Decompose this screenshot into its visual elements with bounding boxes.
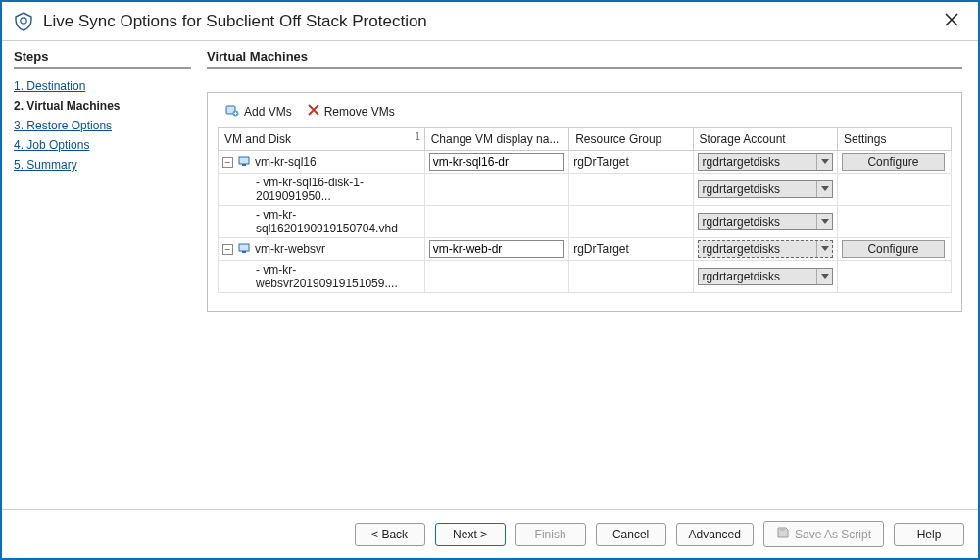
step-destination[interactable]: 1. Destination bbox=[14, 76, 191, 96]
table-row: - vm-kr-websvr20190919151059.... rgdrtar… bbox=[219, 261, 952, 293]
svg-rect-6 bbox=[242, 251, 246, 253]
steps-sidebar: Steps 1. Destination 2. Virtual Machines… bbox=[2, 41, 203, 509]
collapse-toggle[interactable]: − bbox=[222, 157, 233, 168]
step-job-options[interactable]: 4. Job Options bbox=[14, 135, 191, 155]
storage-account-dropdown[interactable]: rgdrtargetdisks bbox=[698, 268, 833, 285]
storage-account-dropdown[interactable]: rgdrtargetdisks bbox=[698, 240, 833, 258]
step-virtual-machines[interactable]: 2. Virtual Machines bbox=[14, 96, 191, 116]
dialog-footer: < Back Next > Finish Cancel Advanced Sav… bbox=[2, 509, 978, 558]
cancel-button[interactable]: Cancel bbox=[596, 523, 666, 546]
col-settings[interactable]: Settings bbox=[838, 128, 952, 151]
remove-vms-label: Remove VMs bbox=[324, 105, 395, 119]
save-as-script-button: Save As Script bbox=[763, 521, 884, 547]
col-vm-and-disk[interactable]: VM and Disk1 bbox=[219, 128, 425, 151]
vm-icon bbox=[238, 242, 250, 257]
titlebar: Live Sync Options for Subclient Off Stac… bbox=[2, 2, 978, 41]
collapse-toggle[interactable]: − bbox=[222, 244, 233, 255]
resource-group-cell: rgDrTarget bbox=[569, 151, 693, 174]
chevron-down-icon bbox=[816, 241, 832, 257]
vm-name: vm-kr-websvr bbox=[255, 242, 325, 256]
add-vms-label: Add VMs bbox=[244, 105, 292, 119]
vm-table: VM and Disk1 Change VM display na... Res… bbox=[218, 127, 952, 293]
display-name-input[interactable] bbox=[429, 153, 564, 171]
disk-name: - vm-kr-sql1620190919150704.vhd bbox=[222, 208, 420, 235]
col-resource-group[interactable]: Resource Group bbox=[569, 128, 693, 151]
configure-button[interactable]: Configure bbox=[842, 240, 945, 258]
chevron-down-icon bbox=[816, 181, 832, 197]
vm-toolbar: Add VMs Remove VMs bbox=[218, 103, 952, 127]
table-row: − vm-kr-websvr rgDrTarget rgdrtargetdisk… bbox=[219, 238, 952, 261]
step-restore-options[interactable]: 3. Restore Options bbox=[14, 116, 191, 135]
vm-name: vm-kr-sql16 bbox=[255, 155, 317, 169]
main-panel: Virtual Machines Add VMs Remove VMs bbox=[203, 41, 978, 509]
table-row: - vm-kr-sql16-disk-1-2019091950... rgdrt… bbox=[219, 174, 952, 206]
dialog-window: Live Sync Options for Subclient Off Stac… bbox=[0, 0, 980, 560]
configure-button[interactable]: Configure bbox=[842, 153, 945, 171]
chevron-down-icon bbox=[816, 214, 832, 229]
table-row: - vm-kr-sql1620190919150704.vhd rgdrtarg… bbox=[219, 206, 952, 238]
dialog-body: Steps 1. Destination 2. Virtual Machines… bbox=[2, 41, 978, 509]
window-title: Live Sync Options for Subclient Off Stac… bbox=[43, 12, 937, 31]
app-icon bbox=[14, 12, 33, 31]
advanced-button[interactable]: Advanced bbox=[676, 523, 754, 546]
panel-title: Virtual Machines bbox=[207, 49, 962, 69]
svg-rect-3 bbox=[239, 157, 249, 164]
resource-group-cell: rgDrTarget bbox=[569, 238, 693, 261]
disk-name: - vm-kr-sql16-disk-1-2019091950... bbox=[222, 176, 420, 203]
help-button[interactable]: Help bbox=[894, 523, 964, 546]
svg-rect-4 bbox=[242, 164, 246, 166]
finish-button: Finish bbox=[515, 523, 586, 546]
display-name-input[interactable] bbox=[429, 240, 564, 258]
disk-name: - vm-kr-websvr20190919151059.... bbox=[222, 263, 420, 290]
col-change-display-name[interactable]: Change VM display na... bbox=[424, 128, 568, 151]
step-summary[interactable]: 5. Summary bbox=[14, 155, 191, 175]
add-vms-button[interactable]: Add VMs bbox=[225, 103, 292, 120]
chevron-down-icon bbox=[816, 154, 832, 170]
svg-point-0 bbox=[21, 17, 26, 23]
svg-rect-5 bbox=[239, 244, 249, 251]
vm-panel: Add VMs Remove VMs VM bbox=[207, 92, 962, 312]
remove-vms-button[interactable]: Remove VMs bbox=[308, 103, 395, 120]
chevron-down-icon bbox=[816, 269, 832, 284]
vm-icon bbox=[238, 155, 250, 170]
back-button[interactable]: < Back bbox=[355, 523, 425, 546]
steps-header: Steps bbox=[14, 49, 191, 69]
add-vms-icon bbox=[225, 103, 239, 120]
table-row: − vm-kr-sql16 rgDrTarget rgdrtargetdisks bbox=[219, 151, 952, 174]
storage-account-dropdown[interactable]: rgdrtargetdisks bbox=[698, 153, 833, 171]
close-button[interactable] bbox=[937, 7, 966, 35]
storage-account-dropdown[interactable]: rgdrtargetdisks bbox=[698, 213, 833, 230]
sort-indicator: 1 bbox=[415, 131, 420, 142]
svg-rect-7 bbox=[780, 528, 785, 531]
storage-account-dropdown[interactable]: rgdrtargetdisks bbox=[698, 180, 833, 198]
col-storage-account[interactable]: Storage Account bbox=[693, 128, 837, 151]
remove-vms-icon bbox=[308, 104, 319, 119]
table-header-row: VM and Disk1 Change VM display na... Res… bbox=[219, 128, 952, 151]
next-button[interactable]: Next > bbox=[435, 523, 506, 546]
save-script-icon bbox=[776, 526, 790, 542]
